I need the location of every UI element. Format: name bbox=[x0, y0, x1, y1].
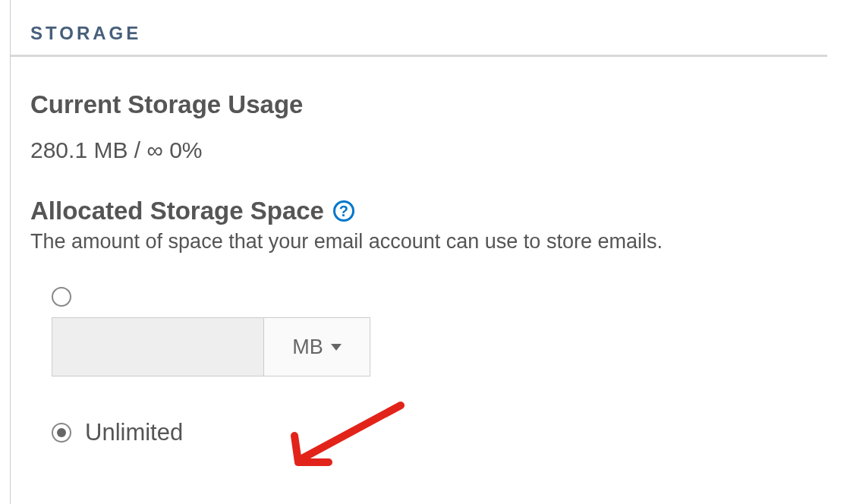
current-usage-heading: Current Storage Usage bbox=[30, 90, 827, 119]
current-usage-value: 280.1 MB / ∞ 0% bbox=[30, 137, 827, 163]
quota-unit-select[interactable]: MB bbox=[264, 317, 370, 376]
storage-panel: STORAGE Current Storage Usage 280.1 MB /… bbox=[10, 0, 847, 504]
allocated-heading: Allocated Storage Space bbox=[30, 197, 324, 225]
quota-unit-label: MB bbox=[292, 335, 323, 359]
quota-amount-input[interactable] bbox=[52, 317, 264, 376]
section-heading: STORAGE bbox=[11, 23, 827, 57]
quota-options: MB Unlimited bbox=[30, 287, 827, 446]
custom-quota-input-row: MB bbox=[52, 317, 827, 376]
custom-quota-radio[interactable] bbox=[52, 287, 71, 307]
chevron-down-icon bbox=[331, 344, 342, 351]
custom-quota-option[interactable] bbox=[52, 287, 827, 307]
allocated-heading-row: Allocated Storage Space ? bbox=[30, 197, 827, 225]
allocated-description: The amount of space that your email acco… bbox=[30, 230, 827, 254]
unlimited-option[interactable]: Unlimited bbox=[52, 419, 827, 446]
storage-content: Current Storage Usage 280.1 MB / ∞ 0% Al… bbox=[11, 90, 847, 446]
unlimited-label: Unlimited bbox=[85, 419, 183, 446]
help-icon[interactable]: ? bbox=[333, 200, 354, 222]
unlimited-radio[interactable] bbox=[52, 423, 71, 443]
annotation-arrow-icon bbox=[279, 398, 416, 481]
